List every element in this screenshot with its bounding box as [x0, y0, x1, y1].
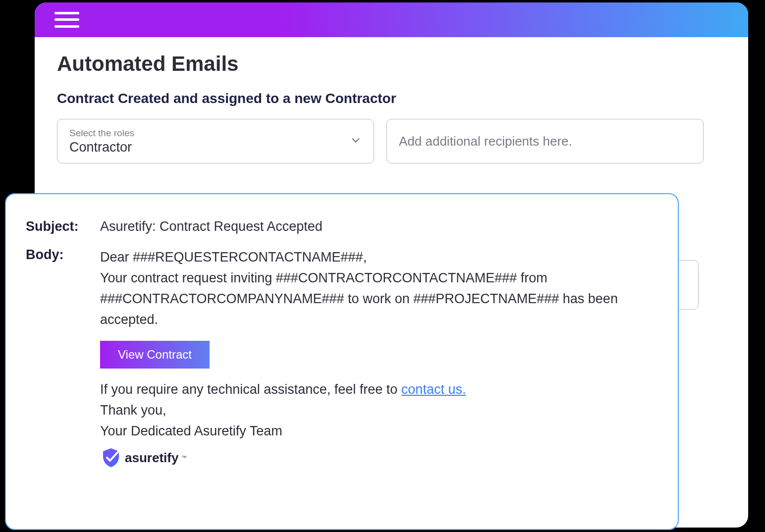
assistance-line: If you require any technical assistance,… [100, 379, 658, 400]
body-line-1: Your contract request inviting ###CONTRA… [100, 268, 658, 330]
logo-text: asuretify [125, 448, 178, 468]
view-contract-button[interactable]: View Contract [100, 341, 210, 369]
menu-icon[interactable] [55, 10, 79, 30]
signature-line: Your Dedicated Asuretify Team [100, 421, 658, 442]
topbar [35, 2, 748, 37]
section-heading: Contract Created and assigned to a new C… [57, 91, 726, 106]
contact-us-link[interactable]: contact us. [401, 382, 466, 397]
logo: asuretify™ [100, 447, 658, 469]
shield-check-icon [100, 447, 122, 469]
subject-label: Subject: [26, 219, 100, 234]
recipients-input[interactable] [386, 119, 704, 163]
body-label: Body: [26, 247, 100, 469]
controls-row: Select the roles Contractor [57, 119, 726, 163]
page-title: Automated Emails [57, 52, 726, 76]
greeting-line: Dear ###REQUESTERCONTACTNAME###, [100, 247, 658, 268]
roles-select[interactable]: Select the roles Contractor [57, 119, 374, 163]
roles-select-value: Contractor [69, 140, 362, 155]
body-content: Dear ###REQUESTERCONTACTNAME###, Your co… [100, 247, 658, 469]
chevron-down-icon [349, 133, 363, 147]
logo-tm: ™ [181, 454, 186, 462]
subject-value: Asuretify: Contract Request Accepted [100, 219, 323, 234]
assistance-prefix: If you require any technical assistance,… [100, 382, 401, 397]
page-content: Automated Emails Contract Created and as… [35, 37, 748, 178]
email-preview-card: Subject: Asuretify: Contract Request Acc… [5, 193, 679, 530]
thank-you-line: Thank you, [100, 400, 658, 421]
roles-select-label: Select the roles [69, 128, 362, 139]
